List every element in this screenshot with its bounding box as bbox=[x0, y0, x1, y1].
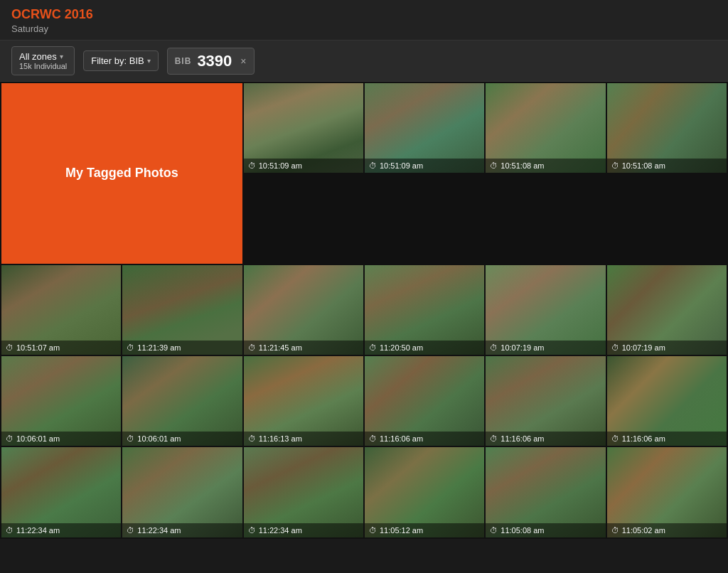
remove-bib-filter-button[interactable]: × bbox=[240, 55, 246, 67]
photo-timestamp-overlay: ⏱ 11:16:06 am bbox=[607, 432, 727, 446]
photo-3[interactable]: ⏱ 10:51:08 am bbox=[486, 83, 605, 173]
photo-time: 10:07:19 am bbox=[622, 343, 665, 352]
photo-10[interactable]: ⏱ 10:07:19 am bbox=[607, 265, 727, 355]
header: OCRWC 2016 Saturday bbox=[0, 0, 728, 41]
bib-number: 3390 bbox=[197, 52, 232, 70]
photo-timestamp-overlay: ⏱ 11:22:34 am bbox=[244, 523, 363, 537]
photo-11[interactable]: ⏱ 10:06:01 am bbox=[1, 356, 121, 446]
clock-icon: ⏱ bbox=[490, 343, 498, 352]
clock-icon: ⏱ bbox=[6, 434, 14, 443]
photo-timestamp-overlay: ⏱ 11:20:50 am bbox=[365, 341, 484, 355]
photo-8[interactable]: ⏱ 11:20:50 am bbox=[365, 265, 484, 355]
photo-time: 10:06:01 am bbox=[16, 434, 60, 443]
photo-timestamp-overlay: ⏱ 10:06:01 am bbox=[122, 432, 242, 446]
clock-icon: ⏱ bbox=[369, 343, 377, 352]
photo-timestamp-overlay: ⏱ 11:22:34 am bbox=[1, 523, 121, 537]
clock-icon: ⏱ bbox=[248, 526, 256, 535]
chevron-down-icon: ▾ bbox=[60, 53, 63, 60]
event-title: OCRWC 2016 bbox=[11, 7, 717, 22]
clock-icon: ⏱ bbox=[369, 526, 377, 535]
photo-time: 11:16:13 am bbox=[259, 434, 302, 443]
clock-icon: ⏱ bbox=[490, 526, 498, 535]
clock-icon: ⏱ bbox=[369, 434, 377, 443]
photo-timestamp-overlay: ⏱ 11:16:06 am bbox=[486, 432, 605, 446]
photo-time: 10:51:08 am bbox=[500, 161, 544, 170]
clock-icon: ⏱ bbox=[6, 526, 14, 535]
clock-icon: ⏱ bbox=[127, 343, 134, 352]
bib-label: BIB bbox=[175, 56, 192, 66]
photo-time: 11:16:06 am bbox=[622, 434, 665, 443]
photo-grid: My Tagged Photos ⏱ 10:51:09 am ⏱ 10:51:0… bbox=[0, 82, 728, 539]
photo-18[interactable]: ⏱ 11:22:34 am bbox=[122, 447, 242, 537]
photo-timestamp-overlay: ⏱ 11:05:08 am bbox=[486, 523, 605, 537]
photo-time: 10:51:08 am bbox=[622, 161, 665, 170]
photo-timestamp-overlay: ⏱ 11:21:39 am bbox=[122, 341, 242, 355]
clock-icon: ⏱ bbox=[248, 161, 256, 170]
photo-time: 11:21:45 am bbox=[259, 343, 302, 352]
photo-7[interactable]: ⏱ 11:21:45 am bbox=[244, 265, 363, 355]
photo-5[interactable]: ⏱ 10:51:07 am bbox=[1, 265, 121, 355]
tagged-photos-placeholder[interactable]: My Tagged Photos bbox=[1, 83, 242, 264]
clock-icon: ⏱ bbox=[611, 434, 619, 443]
photo-time: 11:16:06 am bbox=[500, 434, 544, 443]
photo-timestamp-overlay: ⏱ 11:05:12 am bbox=[365, 523, 484, 537]
filter-by-dropdown[interactable]: Filter by: BIB ▾ bbox=[83, 50, 158, 71]
photo-timestamp-overlay: ⏱ 10:51:09 am bbox=[365, 159, 484, 173]
photo-time: 10:06:01 am bbox=[137, 434, 181, 443]
clock-icon: ⏱ bbox=[490, 161, 498, 170]
photo-1[interactable]: ⏱ 10:51:09 am bbox=[244, 83, 363, 173]
zone-subvalue: 15k Individual bbox=[19, 62, 67, 70]
photo-time: 10:51:09 am bbox=[259, 161, 302, 170]
photo-timestamp-overlay: ⏱ 10:51:08 am bbox=[607, 159, 727, 173]
photo-timestamp-overlay: ⏱ 10:07:19 am bbox=[486, 341, 605, 355]
photo-12[interactable]: ⏱ 10:06:01 am bbox=[122, 356, 242, 446]
photo-time: 11:05:02 am bbox=[622, 526, 665, 535]
photo-time: 10:51:09 am bbox=[380, 161, 423, 170]
clock-icon: ⏱ bbox=[490, 434, 498, 443]
photo-timestamp-overlay: ⏱ 10:51:07 am bbox=[1, 341, 121, 355]
photo-time: 11:22:34 am bbox=[259, 526, 302, 535]
photo-22[interactable]: ⏱ 11:05:02 am bbox=[607, 447, 727, 537]
event-subtitle: Saturday bbox=[11, 23, 717, 34]
photo-timestamp-overlay: ⏱ 10:51:09 am bbox=[244, 159, 363, 173]
photo-timestamp-overlay: ⏱ 10:06:01 am bbox=[1, 432, 121, 446]
photo-14[interactable]: ⏱ 11:16:06 am bbox=[365, 356, 484, 446]
photo-17[interactable]: ⏱ 11:22:34 am bbox=[1, 447, 121, 537]
photo-timestamp-overlay: ⏱ 11:16:13 am bbox=[244, 432, 363, 446]
photo-21[interactable]: ⏱ 11:05:08 am bbox=[486, 447, 605, 537]
zone-dropdown[interactable]: All zones ▾ 15k Individual bbox=[11, 46, 75, 75]
filter-by-label: Filter by: BIB bbox=[91, 55, 144, 66]
photo-timestamp-overlay: ⏱ 11:16:06 am bbox=[365, 432, 484, 446]
photo-19[interactable]: ⏱ 11:22:34 am bbox=[244, 447, 363, 537]
photo-4[interactable]: ⏱ 10:51:08 am bbox=[607, 83, 727, 173]
photo-time: 11:21:39 am bbox=[137, 343, 181, 352]
photo-timestamp-overlay: ⏱ 11:21:45 am bbox=[244, 341, 363, 355]
photo-9[interactable]: ⏱ 10:07:19 am bbox=[486, 265, 605, 355]
photo-time: 11:05:12 am bbox=[380, 526, 423, 535]
photo-time: 11:20:50 am bbox=[380, 343, 423, 352]
photo-6[interactable]: ⏱ 11:21:39 am bbox=[122, 265, 242, 355]
chevron-down-icon: ▾ bbox=[147, 57, 151, 65]
bib-filter-tag: BIB 3390 × bbox=[167, 48, 255, 75]
photo-time: 11:16:06 am bbox=[380, 434, 423, 443]
clock-icon: ⏱ bbox=[6, 343, 14, 352]
photo-timestamp-overlay: ⏱ 10:07:19 am bbox=[607, 341, 727, 355]
photo-time: 11:05:08 am bbox=[500, 526, 544, 535]
photo-time: 11:22:34 am bbox=[137, 526, 181, 535]
clock-icon: ⏱ bbox=[611, 343, 619, 352]
photo-time: 10:51:07 am bbox=[16, 343, 60, 352]
clock-icon: ⏱ bbox=[127, 526, 134, 535]
tagged-photos-label: My Tagged Photos bbox=[65, 166, 178, 181]
photo-time: 11:22:34 am bbox=[16, 526, 60, 535]
photo-timestamp-overlay: ⏱ 11:22:34 am bbox=[122, 523, 242, 537]
clock-icon: ⏱ bbox=[248, 343, 256, 352]
zone-value: All zones bbox=[19, 51, 57, 62]
photo-16[interactable]: ⏱ 11:16:06 am bbox=[607, 356, 727, 446]
photo-2[interactable]: ⏱ 10:51:09 am bbox=[365, 83, 484, 173]
photo-13[interactable]: ⏱ 11:16:13 am bbox=[244, 356, 363, 446]
photo-15[interactable]: ⏱ 11:16:06 am bbox=[486, 356, 605, 446]
clock-icon: ⏱ bbox=[248, 434, 256, 443]
clock-icon: ⏱ bbox=[127, 434, 134, 443]
photo-20[interactable]: ⏱ 11:05:12 am bbox=[365, 447, 484, 537]
photo-timestamp-overlay: ⏱ 11:05:02 am bbox=[607, 523, 727, 537]
